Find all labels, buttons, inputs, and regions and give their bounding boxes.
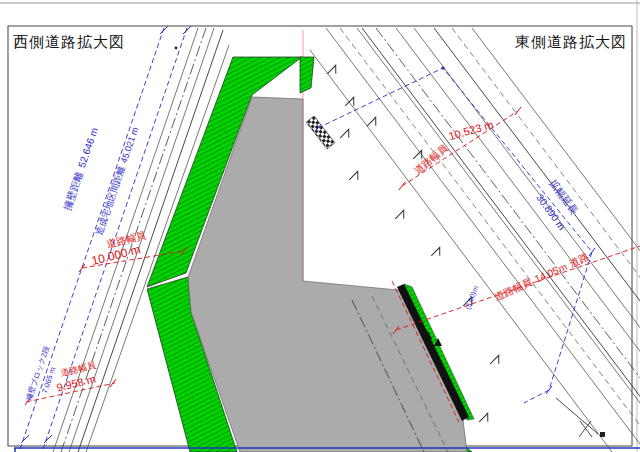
- arrow-mark: [349, 170, 360, 183]
- dim-tick: [160, 26, 168, 34]
- crosswalk-rect: [306, 116, 335, 149]
- west-panel-title: 西側道路拡大図: [13, 33, 125, 50]
- arrow-mark: [395, 209, 406, 222]
- west-dimensions: 擁壁距離52.646 m 造成宅地区間距離45.021 m 道路幅員 10.00…: [21, 26, 191, 443]
- dim-road-width-value: 10.523 m: [447, 118, 494, 142]
- survey-square: [600, 432, 605, 437]
- dim-tick: [44, 435, 52, 443]
- dim-residential-section: 造成宅地区間距離45.021 m: [94, 126, 140, 237]
- arrow-mark: [490, 354, 501, 367]
- dim-retaining-wall: 擁壁距離52.646 m: [61, 126, 100, 212]
- survey-point-dot: [175, 47, 178, 50]
- dim-tick: [21, 435, 29, 443]
- dim-tick: [546, 386, 552, 394]
- cad-drawing-view: 擁壁距離52.646 m 造成宅地区間距離45.021 m 道路幅員 10.00…: [0, 0, 640, 452]
- road-edge-line: [434, 28, 640, 452]
- dim-small-blue: (5.00)ｍ: [464, 284, 480, 311]
- survey-line: [556, 398, 598, 434]
- arrow-mark: [340, 128, 351, 141]
- arrow-mark: [367, 116, 378, 129]
- slope-area-east-top: [300, 57, 314, 93]
- arrow-mark: [479, 412, 490, 425]
- arrow-mark: [345, 96, 356, 109]
- corner-survey-marks: [556, 398, 605, 437]
- arrow-mark: [431, 246, 442, 259]
- dim-vertex-dot: [441, 66, 444, 69]
- dim-tick: [515, 107, 521, 115]
- crosswalk-strip: [306, 116, 335, 149]
- dim-tick: [399, 182, 405, 190]
- east-panel-title: 東側道路拡大図: [515, 33, 627, 50]
- dim-tick: [183, 26, 191, 34]
- road-plan-svg: 擁壁距離52.646 m 造成宅地区間距離45.021 m 道路幅員 10.00…: [0, 0, 640, 452]
